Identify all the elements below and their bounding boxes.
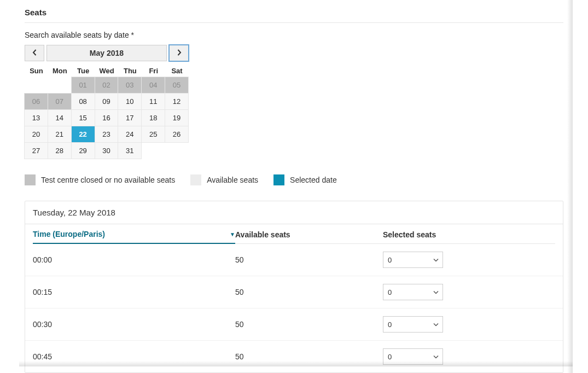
calendar-day[interactable]: 27 (24, 142, 48, 159)
calendar-empty-cell (24, 77, 48, 94)
calendar-day[interactable]: 12 (165, 93, 189, 110)
slot-time: 00:00 (33, 255, 235, 264)
calendar-day[interactable]: 26 (165, 126, 189, 143)
caret-down-icon: ▼ (230, 231, 235, 237)
slot-available: 50 (235, 320, 383, 329)
calendar-day[interactable]: 21 (48, 126, 72, 143)
slot-available: 50 (235, 255, 383, 264)
calendar-legend: Test centre closed or no available seats… (25, 174, 563, 185)
slots-panel: Tuesday, 22 May 2018 Time (Europe/Paris)… (25, 201, 563, 373)
calendar-day[interactable]: 07 (48, 93, 72, 110)
column-time-label: Time (Europe/Paris) (33, 230, 105, 238)
seats-select[interactable]: 0 (383, 284, 443, 300)
search-label: Search available seats by date * (25, 31, 563, 39)
legend-selected-label: Selected date (290, 176, 337, 184)
calendar-header: May 2018 (25, 45, 189, 61)
calendar-day[interactable]: 10 (118, 93, 142, 110)
slot-selected-cell: 0 (383, 252, 555, 268)
calendar-day[interactable]: 18 (141, 109, 165, 126)
column-available: Available seats (235, 230, 383, 244)
slot-selected-cell: 0 (383, 284, 555, 300)
column-time[interactable]: Time (Europe/Paris) ▼ (33, 230, 235, 244)
section-title: Seats (25, 0, 563, 22)
calendar-day[interactable]: 30 (95, 142, 119, 159)
calendar-day[interactable]: 16 (95, 109, 119, 126)
calendar-day[interactable]: 14 (48, 109, 72, 126)
calendar-weekday: Sun (25, 65, 48, 77)
calendar-weekday: Thu (118, 65, 142, 77)
legend-closed: Test centre closed or no available seats (25, 174, 175, 185)
calendar-weekday: Fri (142, 65, 165, 77)
calendar-weekday: Mon (48, 65, 72, 77)
calendar-day[interactable]: 13 (24, 109, 48, 126)
seats-select[interactable]: 0 (383, 316, 443, 333)
calendar-prev-button[interactable] (25, 45, 44, 61)
calendar-weekday: Sat (165, 65, 189, 77)
legend-available-swatch (190, 174, 201, 185)
calendar-day[interactable]: 01 (71, 77, 95, 94)
calendar-day[interactable]: 09 (95, 93, 119, 110)
calendar-day[interactable]: 17 (118, 109, 142, 126)
calendar-day[interactable]: 24 (118, 126, 142, 143)
slots-body: 00:0050000:1550000:3050000:45500 (25, 244, 563, 372)
seats-page: Seats Search available seats by date * M… (0, 0, 588, 373)
calendar-day[interactable]: 29 (71, 142, 95, 159)
slot-time: 00:15 (33, 288, 235, 296)
shadow-right (567, 0, 573, 373)
calendar-day[interactable]: 19 (165, 109, 189, 126)
slot-selected-cell: 0 (383, 316, 555, 333)
calendar-day[interactable]: 23 (95, 126, 119, 143)
slot-row: 00:30500 (25, 308, 563, 340)
calendar-weekday-row: SunMonTueWedThuFriSat (25, 65, 189, 77)
calendar-day[interactable]: 28 (48, 142, 72, 159)
slot-row: 00:15500 (25, 276, 563, 308)
shadow-bottom (19, 361, 573, 366)
calendar-day[interactable]: 05 (165, 77, 189, 94)
column-selected: Selected seats (383, 230, 555, 244)
slot-time: 00:30 (33, 320, 235, 329)
legend-selected-swatch (273, 174, 284, 185)
slots-columns: Time (Europe/Paris) ▼ Available seats Se… (25, 224, 563, 244)
calendar-day[interactable]: 03 (118, 77, 142, 94)
calendar-next-button[interactable] (169, 45, 189, 61)
calendar-day[interactable]: 04 (141, 77, 165, 94)
slot-available: 50 (235, 352, 383, 361)
calendar-empty-cell (48, 77, 72, 94)
chevron-left-icon (32, 49, 37, 57)
divider (25, 22, 563, 23)
chevron-right-icon (177, 49, 182, 57)
calendar-weekday: Tue (72, 65, 95, 77)
legend-closed-label: Test centre closed or no available seats (41, 176, 175, 184)
legend-available: Available seats (190, 174, 258, 185)
slots-date-heading: Tuesday, 22 May 2018 (25, 201, 563, 224)
calendar-weekday: Wed (95, 65, 119, 77)
calendar-day[interactable]: 08 (71, 93, 95, 110)
calendar-day[interactable]: 22 (71, 126, 95, 143)
legend-closed-swatch (25, 174, 36, 185)
legend-selected: Selected date (273, 174, 337, 185)
calendar-day[interactable]: 25 (141, 126, 165, 143)
slot-time: 00:45 (33, 352, 235, 361)
slot-available: 50 (235, 288, 383, 296)
seats-select[interactable]: 0 (383, 252, 443, 268)
slot-row: 00:45500 (25, 340, 563, 372)
calendar: May 2018 SunMonTueWedThuFriSat 010203040… (25, 45, 189, 159)
calendar-day[interactable]: 02 (95, 77, 119, 94)
calendar-day[interactable]: 11 (141, 93, 165, 110)
calendar-day[interactable]: 15 (71, 109, 95, 126)
calendar-day[interactable]: 31 (118, 142, 142, 159)
calendar-month-label: May 2018 (46, 45, 167, 61)
calendar-day[interactable]: 06 (24, 93, 48, 110)
calendar-grid: 0102030405060708091011121314151617181920… (25, 77, 189, 159)
legend-available-label: Available seats (207, 176, 258, 184)
calendar-day[interactable]: 20 (24, 126, 48, 143)
slot-row: 00:00500 (25, 244, 563, 276)
